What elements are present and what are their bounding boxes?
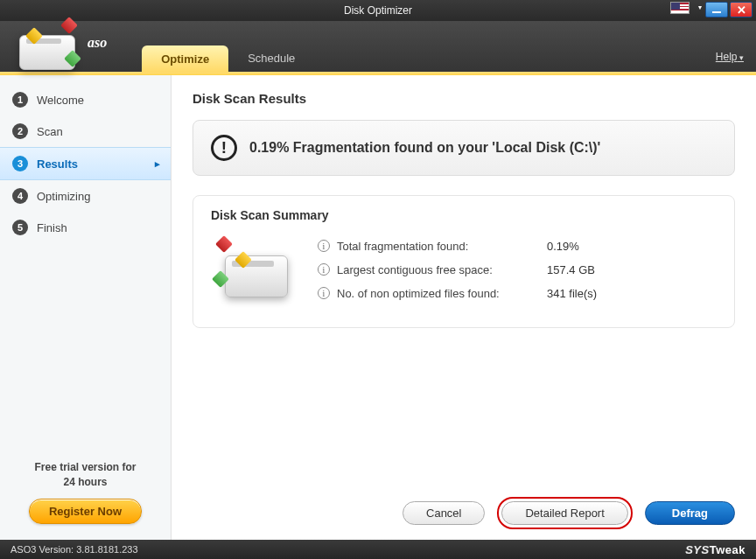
register-button[interactable]: Register Now <box>29 499 142 524</box>
step-label: Scan <box>37 125 63 138</box>
language-dropdown-icon[interactable]: ▾ <box>696 2 704 17</box>
trial-text: Free trial version for 24 hours <box>7 460 164 490</box>
step-number-icon: 5 <box>12 220 28 235</box>
summary-heading: Disk Scan Summary <box>211 208 717 222</box>
step-label: Optimizing <box>37 190 90 203</box>
app-logo-icon <box>12 21 82 77</box>
summary-row: i Total fragmentation found: 0.19% <box>318 234 717 258</box>
exclamation-icon: ! <box>211 135 237 161</box>
summary-value: 0.19% <box>547 240 579 253</box>
summary-box: Disk Scan Summary i Total fragmentation … <box>192 195 735 328</box>
info-icon: i <box>318 240 330 252</box>
detailed-report-button[interactable]: Detailed Report <box>501 501 627 525</box>
alert-text: 0.19% Fragmentation found on your 'Local… <box>249 140 600 156</box>
minimize-button[interactable] <box>705 2 728 17</box>
statusbar: ASO3 Version: 3.81.8181.233 SYSTweak <box>0 540 756 559</box>
brand-label: aso <box>88 35 107 51</box>
summary-value: 157.4 GB <box>547 263 595 276</box>
step-number-icon: 4 <box>12 188 28 204</box>
step-label: Welcome <box>37 94 84 107</box>
defrag-button[interactable]: Defrag <box>645 501 735 525</box>
close-button[interactable]: ✕ <box>730 2 752 17</box>
step-label: Results <box>37 157 78 171</box>
cancel-button[interactable]: Cancel <box>402 501 485 525</box>
summary-label: No. of non optimized files found: <box>337 287 547 300</box>
highlighted-button-ring: Detailed Report <box>497 497 632 529</box>
step-number-icon: 1 <box>12 92 28 108</box>
vendor-brand: SYSTweak <box>685 543 746 556</box>
window-title: Disk Optimizer <box>0 4 756 17</box>
sidebar-step-optimizing[interactable]: 4 Optimizing <box>0 180 171 212</box>
app-window: Disk Optimizer ▾ ✕ aso Optimize Schedule… <box>0 0 756 559</box>
header: aso Optimize Schedule Help <box>0 21 756 72</box>
action-bar: Cancel Detailed Report Defrag <box>192 485 735 529</box>
main-panel: Disk Scan Results ! 0.19% Fragmentation … <box>172 75 756 540</box>
tab-schedule[interactable]: Schedule <box>228 45 314 72</box>
disk-summary-icon <box>211 234 300 308</box>
page-title: Disk Scan Results <box>192 91 735 106</box>
summary-table: i Total fragmentation found: 0.19% i Lar… <box>318 234 717 308</box>
step-label: Finish <box>37 221 67 234</box>
sidebar-step-finish[interactable]: 5 Finish <box>0 212 171 243</box>
titlebar: Disk Optimizer ▾ ✕ <box>0 0 756 21</box>
sidebar-step-welcome[interactable]: 1 Welcome <box>0 84 171 115</box>
info-icon: i <box>318 263 330 276</box>
summary-row: i Largest contiguous free space: 157.4 G… <box>318 258 717 282</box>
sidebar: 1 Welcome 2 Scan 3 Results 4 Optimizing … <box>0 75 172 540</box>
body: 1 Welcome 2 Scan 3 Results 4 Optimizing … <box>0 75 756 540</box>
summary-row: i No. of non optimized files found: 341 … <box>318 282 717 305</box>
summary-label: Largest contiguous free space: <box>337 263 547 276</box>
sidebar-step-results[interactable]: 3 Results <box>0 147 171 180</box>
version-text: ASO3 Version: 3.81.8181.233 <box>10 544 138 555</box>
info-icon: i <box>318 287 330 299</box>
summary-value: 341 file(s) <box>547 287 597 300</box>
summary-label: Total fragmentation found: <box>337 240 547 253</box>
help-menu[interactable]: Help <box>716 51 744 63</box>
step-number-icon: 3 <box>12 156 28 171</box>
language-flag-icon[interactable] <box>670 2 690 14</box>
tab-optimize[interactable]: Optimize <box>142 45 228 73</box>
tab-bar: Optimize Schedule <box>142 45 716 72</box>
fragmentation-alert: ! 0.19% Fragmentation found on your 'Loc… <box>192 120 735 176</box>
step-number-icon: 2 <box>12 123 28 139</box>
sidebar-step-scan[interactable]: 2 Scan <box>0 115 171 147</box>
trial-box: Free trial version for 24 hours Register… <box>0 451 171 540</box>
window-controls: ▾ ✕ <box>670 2 752 17</box>
